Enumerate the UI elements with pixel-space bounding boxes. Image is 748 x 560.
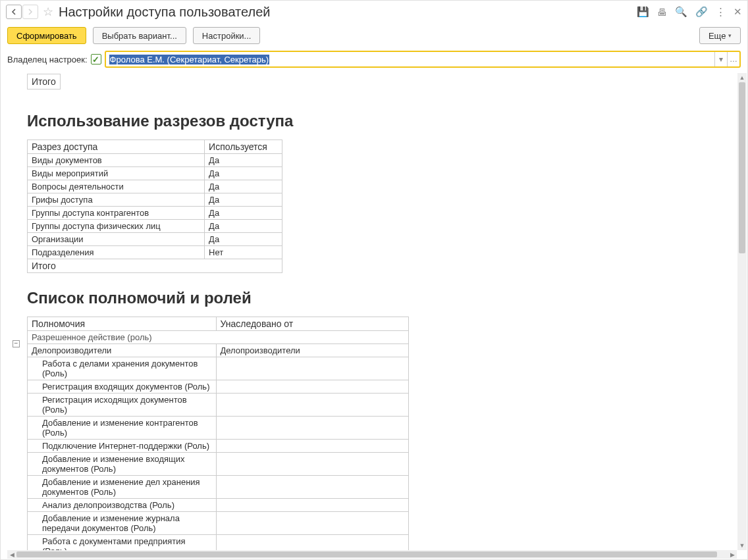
more-button[interactable]: Еще ▾ bbox=[699, 27, 741, 44]
role-cell: Подключение Интернет-поддержки (Роль) bbox=[28, 440, 217, 453]
group-inherited: Делопроизводители bbox=[216, 344, 408, 357]
section2-title: Список полномочий и ролей bbox=[27, 289, 741, 307]
access-dimension-cell: Организации bbox=[28, 233, 205, 246]
role-cell: Добавление и изменение контрагентов (Рол… bbox=[28, 417, 217, 440]
group-name: Делопроизводители bbox=[28, 344, 217, 357]
table-row: Регистрация входящих документов (Роль) bbox=[28, 380, 409, 394]
table-row: ОрганизацииДа bbox=[28, 233, 282, 246]
owner-label: Владелец настроек: bbox=[7, 55, 88, 64]
used-cell: Нет bbox=[205, 246, 282, 259]
table-row: ПодразделенияНет bbox=[28, 246, 282, 259]
section1-total: Итого bbox=[28, 259, 282, 273]
print-icon[interactable]: 🖶 bbox=[657, 7, 667, 18]
access-dimension-cell: Вопросы деятельности bbox=[28, 180, 205, 193]
table-row: Вопросы деятельностиДа bbox=[28, 180, 282, 193]
owner-select-button[interactable]: … bbox=[727, 52, 739, 66]
role-cell: Добавление и изменение журнала передачи … bbox=[28, 512, 217, 535]
inherited-cell bbox=[216, 357, 408, 380]
choose-variant-button[interactable]: Выбрать вариант... bbox=[93, 27, 186, 44]
scroll-down-button[interactable]: ▼ bbox=[737, 541, 747, 550]
generate-button[interactable]: Сформировать bbox=[7, 27, 86, 44]
used-cell: Да bbox=[205, 233, 282, 246]
preview-icon[interactable]: 🔍 bbox=[675, 6, 687, 18]
total-top-cell: Итого bbox=[27, 74, 61, 89]
table-row: Виды мероприятийДа bbox=[28, 167, 282, 180]
inherited-cell bbox=[216, 380, 408, 394]
table-row: Регистрация исходящих документов (Роль) bbox=[28, 394, 409, 417]
col-authority: Полномочия bbox=[28, 317, 217, 331]
owner-checkbox[interactable] bbox=[91, 54, 101, 64]
tree-collapse-button[interactable]: − bbox=[13, 340, 20, 347]
owner-dropdown-button[interactable]: ▾ bbox=[714, 52, 727, 66]
access-dimension-cell: Виды документов bbox=[28, 154, 205, 167]
inherited-cell bbox=[216, 499, 408, 512]
table-row: Добавление и изменение контрагентов (Рол… bbox=[28, 417, 409, 440]
used-cell: Да bbox=[205, 193, 282, 207]
scroll-up-button[interactable]: ▲ bbox=[737, 73, 747, 82]
vertical-scroll-thumb[interactable] bbox=[739, 82, 745, 253]
page-title: Настройки доступа пользователей bbox=[59, 5, 270, 20]
link-icon[interactable]: 🔗 bbox=[695, 6, 708, 18]
table-row: Подключение Интернет-поддержки (Роль) bbox=[28, 440, 409, 453]
more-vertical-icon[interactable]: ⋮ bbox=[716, 6, 726, 18]
table-row: Группы доступа физических лицДа bbox=[28, 220, 282, 233]
table-row: Добавление и изменение дел хранения доку… bbox=[28, 476, 409, 499]
access-dimension-cell: Грифы доступа bbox=[28, 193, 205, 207]
vertical-scrollbar[interactable]: ▲ ▼ bbox=[737, 73, 747, 550]
settings-button[interactable]: Настройки... bbox=[193, 27, 261, 44]
access-dimension-cell: Подразделения bbox=[28, 246, 205, 259]
horizontal-scrollbar[interactable]: ◀ ▶ bbox=[7, 550, 737, 559]
close-icon[interactable]: ✕ bbox=[734, 6, 742, 18]
table-row: Работа с делами хранения документов (Рол… bbox=[28, 357, 409, 380]
role-cell: Анализ делопроизводства (Роль) bbox=[28, 499, 217, 512]
section1-title: Использование разрезов доступа bbox=[27, 112, 741, 130]
role-cell: Регистрация исходящих документов (Роль) bbox=[28, 394, 217, 417]
access-dimension-cell: Группы доступа контрагентов bbox=[28, 207, 205, 220]
table-row: Группы доступа контрагентовДа bbox=[28, 207, 282, 220]
inherited-cell bbox=[216, 394, 408, 417]
access-dimension-cell: Виды мероприятий bbox=[28, 167, 205, 180]
used-cell: Да bbox=[205, 154, 282, 167]
role-cell: Добавление и изменение дел хранения доку… bbox=[28, 476, 217, 499]
scroll-left-button[interactable]: ◀ bbox=[7, 550, 16, 559]
role-cell: Работа с делами хранения документов (Рол… bbox=[28, 357, 217, 380]
used-cell: Да bbox=[205, 167, 282, 180]
inherited-cell bbox=[216, 476, 408, 499]
col-inherited: Унаследовано от bbox=[216, 317, 408, 331]
role-cell: Регистрация входящих документов (Роль) bbox=[28, 380, 217, 394]
favorite-icon[interactable]: ☆ bbox=[43, 5, 53, 19]
col-allowed-action: Разрешенное действие (роль) bbox=[28, 331, 409, 344]
col-access-dimension: Разрез доступа bbox=[28, 140, 205, 154]
table-row: Анализ делопроизводства (Роль) bbox=[28, 499, 409, 512]
table-row: Грифы доступаДа bbox=[28, 193, 282, 207]
inherited-cell bbox=[216, 440, 408, 453]
used-cell: Да bbox=[205, 207, 282, 220]
report-viewport[interactable]: − Итого Использование разрезов доступа Р… bbox=[7, 72, 741, 553]
table-row: Добавление и изменение журнала передачи … bbox=[28, 512, 409, 535]
role-cell: Добавление и изменение входящих документ… bbox=[28, 453, 217, 476]
scroll-right-button[interactable]: ▶ bbox=[728, 550, 737, 559]
back-button[interactable] bbox=[6, 5, 22, 19]
save-icon[interactable]: 💾 bbox=[637, 6, 649, 18]
table-row: Добавление и изменение входящих документ… bbox=[28, 453, 409, 476]
inherited-cell bbox=[216, 453, 408, 476]
table-row: Виды документовДа bbox=[28, 154, 282, 167]
owner-value: Фролова Е.М. (Секретариат, Секретарь) bbox=[109, 55, 270, 64]
owner-input[interactable]: Фролова Е.М. (Секретариат, Секретарь) ▾ … bbox=[105, 51, 741, 68]
inherited-cell bbox=[216, 512, 408, 535]
access-dimensions-table: Разрез доступаИспользуется Виды документ… bbox=[27, 140, 282, 273]
inherited-cell bbox=[216, 417, 408, 440]
col-used: Используется bbox=[205, 140, 282, 154]
roles-table: ПолномочияУнаследовано от Разрешенное де… bbox=[27, 317, 409, 553]
used-cell: Да bbox=[205, 220, 282, 233]
access-dimension-cell: Группы доступа физических лиц bbox=[28, 220, 205, 233]
forward-button[interactable] bbox=[22, 5, 38, 19]
used-cell: Да bbox=[205, 180, 282, 193]
horizontal-scroll-thumb[interactable] bbox=[16, 551, 717, 557]
